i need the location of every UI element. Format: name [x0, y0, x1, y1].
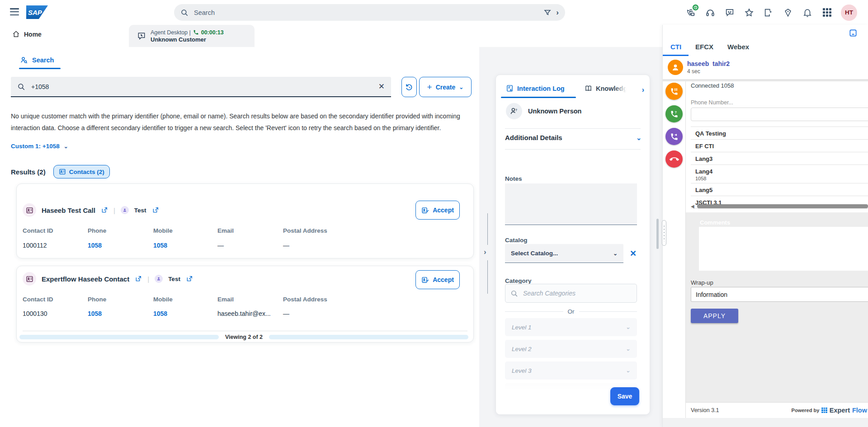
call-list-icon[interactable]: [685, 7, 696, 18]
additional-details-toggle[interactable]: Additional Details ⌄: [505, 134, 642, 141]
queue-item[interactable]: Lang3: [691, 152, 868, 164]
queue-item[interactable]: Lang4 1058: [691, 164, 868, 183]
transfer-call-button[interactable]: [665, 128, 683, 145]
category-search-field[interactable]: [505, 284, 637, 303]
agent-info-row: haseeb tahir2 4 sec: [668, 60, 730, 75]
brand-flow: Flow: [852, 407, 867, 414]
minimize-panel-icon[interactable]: [849, 28, 858, 38]
open-account-icon[interactable]: [152, 206, 159, 214]
nav-home[interactable]: Home: [12, 30, 42, 38]
pagination-bar[interactable]: [19, 335, 219, 339]
customer-search-input[interactable]: [30, 83, 373, 91]
catalog-label: Catalog: [505, 237, 528, 244]
sap-logo[interactable]: SAP: [26, 5, 48, 19]
end-call-button[interactable]: [665, 150, 683, 168]
contact-card: Haseeb Test Call | Test Accept Contact I…: [16, 183, 474, 258]
phone-link[interactable]: 1058: [88, 242, 102, 249]
more-tabs-icon[interactable]: ›: [642, 86, 644, 94]
account-name[interactable]: Test: [134, 207, 146, 214]
accept-button[interactable]: Accept: [415, 270, 460, 289]
mobile-link[interactable]: 1058: [153, 242, 167, 249]
tab-interaction-log[interactable]: Interaction Log: [506, 84, 565, 92]
panel-resize-handle[interactable]: [662, 220, 666, 246]
queue-item[interactable]: EF CTI: [691, 139, 868, 152]
expertflow-logo-icon: [821, 408, 827, 413]
col-header: Email: [217, 296, 234, 303]
phone-number-input[interactable]: [691, 108, 868, 121]
tab-knowledge[interactable]: Knowledge: [585, 84, 628, 92]
agent-name: haseeb tahir2: [687, 60, 730, 67]
scroll-left-icon[interactable]: ◀: [691, 204, 694, 209]
col-header: Postal Address: [283, 296, 327, 303]
revert-button[interactable]: x: [401, 77, 417, 97]
menu-icon[interactable]: [10, 8, 19, 15]
apply-button[interactable]: APPLY: [691, 309, 738, 323]
catalog-select[interactable]: Select Catalog... ⌄: [505, 244, 623, 263]
account-badge-icon: [121, 206, 129, 214]
open-contact-icon[interactable]: [135, 275, 142, 282]
global-search-input[interactable]: [193, 9, 539, 17]
open-contact-icon[interactable]: [101, 206, 108, 214]
tab-efcx[interactable]: EFCX: [695, 43, 713, 51]
notifications-bell-icon[interactable]: [802, 7, 813, 18]
person-row: ? Unknown Person: [506, 103, 581, 119]
chevron-down-icon: ⌄: [626, 346, 630, 352]
or-divider: Or: [505, 308, 637, 315]
queue-item[interactable]: Lang5: [691, 183, 868, 196]
consult-call-button[interactable]: ?: [665, 105, 683, 122]
divider: [505, 128, 641, 129]
postal-value: —: [283, 310, 289, 317]
open-account-icon[interactable]: [186, 275, 193, 282]
search-icon: [17, 83, 25, 91]
chevron-right-icon[interactable]: ›: [556, 9, 559, 16]
global-search[interactable]: ›: [174, 4, 565, 21]
chevron-down-icon: ⌄: [626, 367, 630, 374]
favorites-star-icon[interactable]: [744, 7, 755, 18]
premium-gem-icon[interactable]: [783, 7, 793, 18]
clear-catalog-icon[interactable]: ✕: [630, 249, 637, 258]
col-header: Mobile: [153, 296, 173, 303]
contacts-filter-chip[interactable]: Contacts (2): [53, 165, 110, 178]
pagination-bar[interactable]: [269, 335, 468, 339]
session-tab[interactable]: Agent Desktop | 00:00:13 Unknown Custome…: [129, 25, 255, 47]
level-3-select[interactable]: Level 3 ⌄: [505, 361, 637, 380]
save-button[interactable]: Save: [610, 387, 639, 405]
notes-textarea[interactable]: [505, 183, 637, 225]
filter-icon[interactable]: [543, 9, 552, 17]
queue-item[interactable]: QA Testing: [691, 127, 868, 139]
contact-name[interactable]: Expertflow Haseeb Contact: [42, 275, 129, 283]
tab-search[interactable]: Search: [20, 56, 54, 64]
app-grid-icon[interactable]: [821, 7, 832, 18]
email-value: haseeb.tahir@ex...: [217, 310, 271, 317]
tab-webex[interactable]: Webex: [727, 43, 749, 51]
hold-call-button[interactable]: [665, 83, 683, 100]
top-icon-bar: HT: [685, 0, 857, 25]
accept-button[interactable]: Accept: [415, 201, 460, 220]
contact-name[interactable]: Haseeb Test Call: [42, 206, 95, 214]
headset-icon[interactable]: [705, 7, 716, 18]
contact-card-header: Haseeb Test Call | Test: [23, 203, 159, 217]
account-name[interactable]: Test: [168, 276, 180, 282]
sap-logo-text: SAP: [28, 9, 42, 16]
comments-textarea[interactable]: [699, 227, 868, 271]
level-2-select[interactable]: Level 2 ⌄: [505, 340, 637, 358]
level-1-select[interactable]: Level 1 ⌄: [505, 318, 637, 336]
mobile-link[interactable]: 1058: [153, 310, 167, 317]
tab-cti[interactable]: CTI: [670, 43, 681, 51]
custom-identifier-dropdown[interactable]: Custom 1: +1058 ⌄: [11, 143, 68, 150]
category-search-input[interactable]: [522, 289, 632, 297]
accept-label: Accept: [433, 276, 454, 283]
user-avatar[interactable]: HT: [841, 5, 857, 21]
expand-panel-icon[interactable]: ›: [484, 248, 486, 257]
phone-link[interactable]: 1058: [88, 310, 102, 317]
scrollbar-thumb[interactable]: [697, 204, 868, 208]
tab-cti-underline: [663, 55, 689, 56]
create-button[interactable]: + Create ⌄: [419, 77, 472, 97]
side-panel-icon[interactable]: [763, 7, 774, 18]
wrapup-input[interactable]: [691, 287, 868, 302]
contact-card: Expertflow Haseeb Contact | Test Accept …: [16, 266, 474, 343]
vertical-scrollbar[interactable]: [656, 219, 659, 249]
feedback-chat-icon[interactable]: [724, 7, 735, 18]
clear-search-icon[interactable]: ✕: [378, 83, 385, 90]
customer-search-field[interactable]: ✕: [11, 77, 391, 97]
